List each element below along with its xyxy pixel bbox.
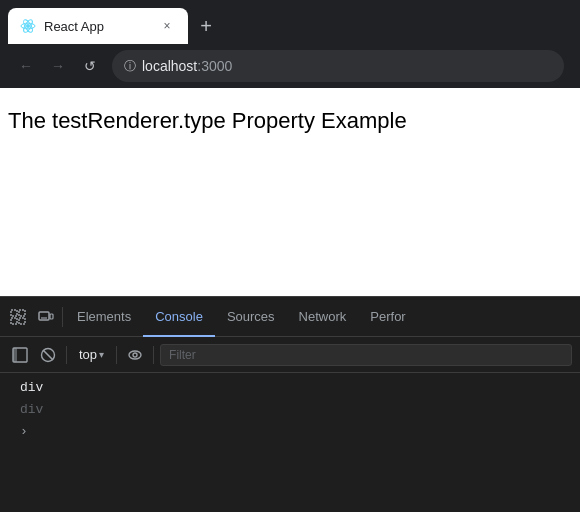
toolbar-separator (66, 346, 67, 364)
console-output: div div › (0, 373, 580, 512)
console-line-2: div (0, 399, 580, 421)
svg-rect-12 (13, 348, 17, 362)
svg-rect-8 (39, 312, 49, 320)
tab-console[interactable]: Console (143, 297, 215, 337)
console-toolbar: top ▾ (0, 337, 580, 373)
console-prompt[interactable]: › (0, 421, 580, 443)
tab-performance[interactable]: Perfor (358, 297, 417, 337)
clear-console-button[interactable] (36, 343, 60, 367)
page-content: The testRenderer.type Property Example (0, 88, 580, 296)
prompt-icon: › (20, 422, 28, 442)
browser-chrome: React App × + ← → ↺ ⓘ localhost:3000 (0, 0, 580, 88)
svg-rect-5 (19, 318, 25, 324)
console-line-1: div (0, 377, 580, 399)
svg-point-0 (26, 24, 30, 28)
back-icon: ← (19, 58, 33, 74)
svg-rect-6 (11, 318, 17, 324)
devtools-tab-bar: Elements Console Sources Network Perfor (0, 297, 580, 337)
new-tab-button[interactable]: + (192, 12, 220, 40)
inspect-element-button[interactable] (4, 303, 32, 331)
tab-bar: React App × + (0, 0, 580, 44)
secure-icon: ⓘ (124, 58, 136, 75)
forward-icon: → (51, 58, 65, 74)
url-text: localhost:3000 (142, 58, 232, 74)
svg-point-15 (129, 351, 141, 359)
toolbar-separator-2 (116, 346, 117, 364)
url-bar[interactable]: ⓘ localhost:3000 (112, 50, 564, 82)
console-sidebar-button[interactable] (8, 343, 32, 367)
reload-icon: ↺ (84, 58, 96, 74)
tab-sources[interactable]: Sources (215, 297, 287, 337)
tab-close-button[interactable]: × (158, 17, 176, 35)
forward-button[interactable]: → (44, 52, 72, 80)
device-toggle-button[interactable] (32, 303, 60, 331)
filter-input[interactable] (160, 344, 572, 366)
active-tab[interactable]: React App × (8, 8, 188, 44)
page-heading: The testRenderer.type Property Example (0, 108, 415, 134)
context-selector[interactable]: top ▾ (73, 345, 110, 364)
url-port: :3000 (197, 58, 232, 74)
devtools-panel: Elements Console Sources Network Perfor (0, 296, 580, 512)
tab-title: React App (44, 19, 150, 34)
svg-rect-4 (11, 310, 17, 316)
chevron-down-icon: ▾ (99, 349, 104, 360)
toolbar-separator-3 (153, 346, 154, 364)
eye-icon-button[interactable] (123, 343, 147, 367)
tab-favicon (20, 18, 36, 34)
context-label: top (79, 347, 97, 362)
svg-rect-9 (50, 314, 53, 319)
address-bar: ← → ↺ ⓘ localhost:3000 (0, 44, 580, 88)
reload-button[interactable]: ↺ (76, 52, 104, 80)
svg-point-16 (133, 353, 137, 357)
tab-elements[interactable]: Elements (65, 297, 143, 337)
back-button[interactable]: ← (12, 52, 40, 80)
svg-line-14 (43, 350, 53, 360)
url-host: localhost (142, 58, 197, 74)
svg-rect-7 (19, 310, 25, 316)
devtools-separator (62, 307, 63, 327)
tab-network[interactable]: Network (287, 297, 359, 337)
